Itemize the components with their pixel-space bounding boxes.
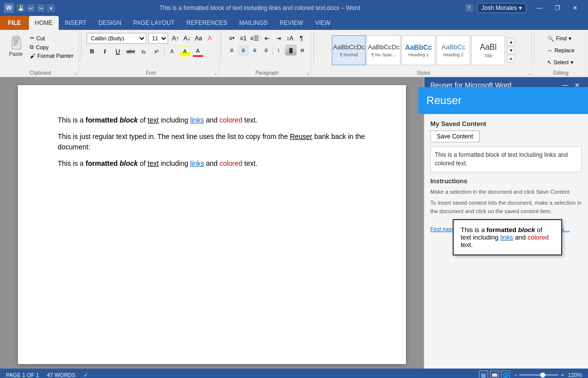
p1-text1: This is a (58, 116, 86, 124)
tab-file[interactable]: FILE (0, 16, 29, 30)
tab-page-layout[interactable]: PAGE LAYOUT (127, 16, 181, 30)
style-title[interactable]: AaBl Title (471, 35, 505, 65)
select-button[interactable]: ↖ Select ▾ (544, 57, 578, 68)
align-left-btn[interactable]: ≡ (226, 45, 237, 56)
subscript-button[interactable]: x₂ (138, 46, 149, 57)
justify-btn[interactable]: ≡ (261, 45, 272, 56)
popup-links[interactable]: links (500, 234, 513, 241)
p3-text6: text. (242, 159, 257, 167)
replace-button[interactable]: ↔ Replace (544, 45, 578, 56)
paste-button[interactable]: Paste (5, 33, 27, 59)
ribbon-group-paragraph: ≡• ≡1 ≡☰ ⇤ ⇥ ↕A ¶ ≡ ≡ ≡ ≡ ↕ ▓ ⊞ Paragra (223, 32, 311, 77)
show-marks-btn[interactable]: ¶ (296, 33, 307, 44)
print-layout-btn[interactable]: ▤ (479, 371, 488, 378)
p3-links[interactable]: links (190, 159, 204, 167)
decrease-font-btn[interactable]: A↓ (182, 33, 193, 44)
tab-review[interactable]: REVIEW (274, 16, 309, 30)
format-painter-button[interactable]: 🖌 Format Painter (28, 52, 76, 60)
zoom-plus[interactable]: + (561, 372, 564, 378)
line-spacing-btn[interactable]: ↕ (273, 45, 284, 56)
minimize-button[interactable]: — (530, 0, 548, 16)
cut-button[interactable]: ✂ Cut (28, 34, 76, 42)
styles-group-label: Styles (316, 70, 531, 76)
style-no-spacing[interactable]: AaBbCcDc ¶ No Spac... (367, 35, 400, 65)
p1-links[interactable]: links (190, 116, 204, 124)
align-center-btn[interactable]: ≡ (238, 45, 249, 56)
restore-button[interactable]: ❐ (548, 0, 566, 16)
paragraph-group-label: Paragraph (223, 70, 311, 76)
text-highlight-btn[interactable]: A (180, 46, 191, 57)
instructions-text-2: To insert saved content into the documen… (430, 199, 582, 215)
tab-insert[interactable]: INSERT (59, 16, 93, 30)
save-content-button[interactable]: Save Content (430, 130, 480, 142)
align-right-btn[interactable]: ≡ (249, 45, 260, 56)
multilevel-button[interactable]: ≡☰ (249, 33, 260, 44)
copy-button[interactable]: ⧉ Copy (28, 43, 76, 51)
user-account[interactable]: Josh Morales ▾ (477, 3, 526, 13)
decrease-indent-btn[interactable]: ⇤ (262, 33, 273, 44)
user-name: Josh Morales (482, 4, 517, 11)
italic-button[interactable]: I (99, 46, 110, 57)
web-layout-btn[interactable]: 🌐 (501, 371, 510, 378)
p3-block: block (119, 159, 138, 167)
help-icon[interactable]: ? (465, 4, 473, 12)
save-icon[interactable]: 💾 (17, 4, 25, 12)
style-heading1[interactable]: AaBbCc Heading 1 (401, 35, 435, 65)
tab-mailings[interactable]: MAILINGS (233, 16, 274, 30)
styles-expand-icon[interactable]: ⌄ (527, 71, 530, 76)
superscript-button[interactable]: x² (151, 46, 162, 57)
styles-scroll-down[interactable]: ▼ (507, 46, 515, 54)
zoom-minus[interactable]: − (514, 372, 517, 378)
zoom-percent[interactable]: 120% (568, 372, 582, 378)
font-color-btn[interactable]: A (193, 46, 203, 57)
proofing-icon[interactable]: ✓ (84, 372, 88, 378)
bold-button[interactable]: B (87, 46, 98, 57)
zoom-slider[interactable] (519, 374, 559, 376)
content-preview-box: This is a formatted block of text includ… (430, 146, 582, 172)
styles-more[interactable]: ▾ (507, 55, 515, 63)
font-expand-icon[interactable]: ⌄ (214, 71, 217, 76)
style-heading2-preview: AaBbCc (442, 43, 466, 51)
change-case-btn[interactable]: Aa (193, 33, 204, 44)
borders-btn[interactable]: ⊞ (297, 45, 308, 56)
font-family-select[interactable]: Calibri (Body) (87, 33, 146, 44)
find-button[interactable]: 🔍 Find ▾ (544, 33, 578, 44)
copy-icon: ⧉ (30, 44, 34, 50)
style-heading2[interactable]: AaBbCc Heading 2 (436, 35, 470, 65)
clear-format-btn[interactable]: A (204, 33, 215, 44)
styles-scroll-up[interactable]: ▲ (507, 38, 515, 46)
paragraph-expand-icon[interactable]: ⌄ (306, 71, 310, 76)
document-page[interactable]: This is a formatted block of text includ… (18, 85, 406, 364)
increase-font-btn[interactable]: A↑ (170, 33, 181, 44)
customize-icon[interactable]: ▾ (47, 4, 55, 12)
shading-btn[interactable]: ▓ (286, 45, 296, 56)
formatted-text-popup: This is a formatted block of text includ… (453, 219, 562, 255)
tab-design[interactable]: DESIGN (93, 16, 127, 30)
tab-view[interactable]: VIEW (309, 16, 336, 30)
undo-icon[interactable]: ↩ (27, 4, 35, 12)
bullets-button[interactable]: ≡• (226, 33, 237, 44)
clipboard-expand-icon[interactable]: ⌄ (74, 71, 78, 76)
instructions-title: Instructions (430, 177, 582, 185)
strikethrough-button[interactable]: abc (125, 46, 136, 57)
word-count: 47 WORDS (47, 372, 75, 378)
format-painter-label: Format Painter (37, 53, 74, 59)
ribbon-group-clipboard: Paste ✂ Cut ⧉ Copy 🖌 Format Painter Clip… (2, 32, 79, 77)
redo-icon[interactable]: ↪ (37, 4, 45, 12)
svg-rect-1 (13, 36, 19, 39)
font-size-select[interactable]: 11 (148, 33, 168, 44)
close-button[interactable]: ✕ (566, 0, 584, 16)
numbering-button[interactable]: ≡1 (238, 33, 249, 44)
zoom-control: − + (514, 372, 564, 378)
find-chevron: ▾ (569, 35, 572, 42)
style-normal[interactable]: AaBbCcDc ¶ Normal (332, 35, 366, 65)
paragraph-1: This is a formatted block of text includ… (58, 115, 366, 126)
read-mode-btn[interactable]: 📖 (490, 371, 499, 378)
increase-indent-btn[interactable]: ⇥ (273, 33, 284, 44)
font-group-label: Font (84, 70, 218, 76)
text-effects-btn[interactable]: A (167, 46, 178, 57)
underline-button[interactable]: U (112, 46, 123, 57)
tab-home[interactable]: HOME (29, 16, 59, 30)
sort-btn[interactable]: ↕A (285, 33, 295, 44)
tab-references[interactable]: REFERENCES (181, 16, 233, 30)
